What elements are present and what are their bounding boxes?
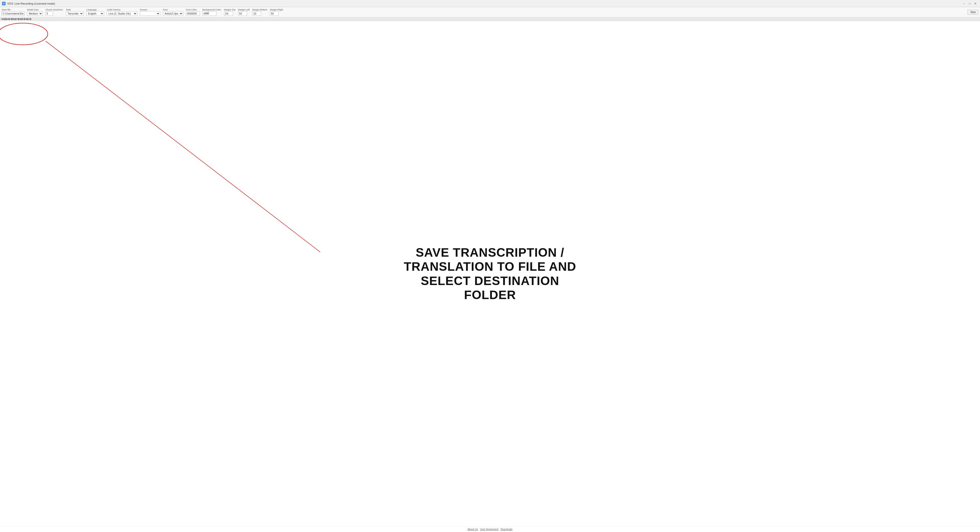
close-button[interactable]: ✕: [973, 1, 978, 6]
chunk-size-input[interactable]: [45, 11, 53, 16]
font-select[interactable]: Artist13.3pro Segoe UI Arial: [163, 11, 183, 16]
save-file-label: Save file:: [2, 8, 24, 11]
margin-right-input[interactable]: [270, 11, 279, 16]
margin-left-label: Margin-Left: [238, 8, 250, 11]
toolbar: Save file: Model Size: Medium Small Larg…: [0, 7, 980, 18]
margin-top-label: Margin-Top: [224, 8, 235, 11]
deactivate-link[interactable]: Deactivate: [501, 528, 512, 531]
waveform-bar: [15, 18, 15, 20]
font-color-control: [186, 11, 200, 16]
waveform-bar: [8, 18, 8, 20]
margin-left-control: [238, 11, 250, 16]
margin-bottom-label: Margin-Bottom: [252, 8, 267, 11]
waveform-bar: [29, 18, 30, 20]
waveform-bar: [25, 18, 25, 20]
svg-point-0: [0, 23, 48, 45]
waveform-bar: [14, 19, 14, 20]
waveform-bar: [3, 19, 4, 20]
language-select[interactable]: English Turkish Spanish French German Au…: [86, 11, 104, 16]
waveform-bar: [22, 18, 22, 20]
waveform-bar: [19, 19, 20, 20]
bg-color-field: Background Color:: [202, 8, 221, 16]
waveform-bar: [25, 19, 26, 20]
waveform-bar: [13, 18, 14, 20]
audio-device-label: Audio Device:: [107, 8, 137, 11]
margin-left-input[interactable]: [238, 11, 247, 16]
title-bar-left: V VOX: Live Recording (Licensed mode): [2, 2, 55, 5]
about-us-link[interactable]: About Us: [468, 528, 478, 531]
margin-right-label: Margin-Right: [270, 8, 283, 11]
waveform-bar: [12, 18, 12, 20]
margin-right-control: [270, 11, 283, 16]
waveform-bar: [13, 18, 13, 20]
task-label: Task:: [66, 8, 84, 11]
waveform-bar: [16, 18, 16, 20]
model-size-select[interactable]: Medium Small Large Tiny Base: [27, 11, 43, 16]
waveform-bar: [10, 18, 10, 20]
screen-select[interactable]: Screen 1 Screen 2: [140, 11, 160, 16]
margin-top-control: [224, 11, 235, 16]
waveform-bar: [29, 19, 29, 19]
font-color-field: Font Color:: [186, 8, 200, 16]
language-label: Language:: [86, 8, 104, 11]
center-message-container: SAVE TRANSCRIPTION / TRANSLATION TO FILE…: [401, 245, 579, 302]
font-field: Font: Artist13.3pro Segoe UI Arial: [163, 8, 183, 16]
audio-device-select[interactable]: Line (2- Studio 24c) Default Microphone …: [107, 11, 137, 16]
save-file-control: [2, 11, 24, 16]
language-field: Language: English Turkish Spanish French…: [86, 8, 104, 16]
margin-top-field: Margin-Top: [224, 8, 235, 16]
user-agreement-link[interactable]: User Agreement: [480, 528, 498, 531]
minimize-button[interactable]: –: [962, 1, 967, 6]
waveform-bar: [10, 19, 11, 19]
maximize-button[interactable]: □: [967, 1, 972, 6]
waveform-bar: [27, 18, 27, 20]
screen-field: Screen: Screen 1 Screen 2: [140, 8, 160, 16]
margin-bottom-input[interactable]: [252, 11, 261, 16]
margin-right-field: Margin-Right: [270, 8, 283, 16]
waveform-bar: [11, 18, 11, 20]
waveform-bar: [30, 18, 31, 20]
font-control: Artist13.3pro Segoe UI Arial: [163, 11, 183, 16]
main-content: SAVE TRANSCRIPTION / TRANSLATION TO FILE…: [0, 21, 980, 526]
chunk-size-label: Chunk Size(Sec):: [45, 8, 63, 11]
window-controls: – □ ✕: [962, 1, 978, 6]
margin-top-input[interactable]: [224, 11, 233, 16]
language-control: English Turkish Spanish French German Au…: [86, 11, 104, 16]
waveform-bar: [31, 19, 32, 20]
margin-left-field: Margin-Left: [238, 8, 250, 16]
waveform-bar: [4, 18, 5, 20]
bg-color-control: [202, 11, 221, 16]
task-control: Tanscribe Translate: [66, 11, 84, 16]
waveform-bar: [2, 18, 2, 20]
waveform-bar: [5, 18, 5, 20]
screen-label: Screen:: [140, 8, 160, 11]
waveform-bar: [23, 19, 24, 19]
title-bar: V VOX: Live Recording (Licensed mode) – …: [0, 0, 980, 7]
bg-color-input[interactable]: [202, 11, 216, 16]
stop-button[interactable]: Stop: [967, 10, 978, 15]
waveform-bar: [7, 19, 8, 20]
audio-bar: [0, 18, 980, 21]
model-size-field: Model Size: Medium Small Large Tiny Base: [27, 8, 43, 16]
audio-device-control: Line (2- Studio 24c) Default Microphone …: [107, 11, 137, 16]
margin-bottom-control: [252, 11, 267, 16]
waveform-bar: [1, 19, 2, 19]
task-select[interactable]: Tanscribe Translate: [66, 11, 84, 16]
model-size-label: Model Size:: [27, 8, 43, 11]
waveform-bar: [19, 18, 19, 20]
waveform-bar: [9, 18, 9, 20]
save-file-field: Save file:: [2, 8, 24, 16]
save-file-input[interactable]: [2, 11, 24, 16]
audio-device-field: Audio Device: Line (2- Studio 24c) Defau…: [107, 8, 137, 16]
bg-color-label: Background Color:: [202, 8, 221, 11]
waveform-bar: [16, 18, 17, 20]
waveform-bar: [21, 18, 21, 20]
font-color-label: Font Color:: [186, 8, 200, 11]
waveform-bar: [6, 18, 7, 20]
task-field: Task: Tanscribe Translate: [66, 8, 84, 16]
model-size-control: Medium Small Large Tiny Base: [27, 11, 43, 16]
margin-bottom-field: Margin-Bottom: [252, 8, 267, 16]
waveform-bar: [24, 18, 24, 20]
font-color-input[interactable]: [186, 11, 200, 16]
center-message: SAVE TRANSCRIPTION / TRANSLATION TO FILE…: [401, 245, 579, 302]
